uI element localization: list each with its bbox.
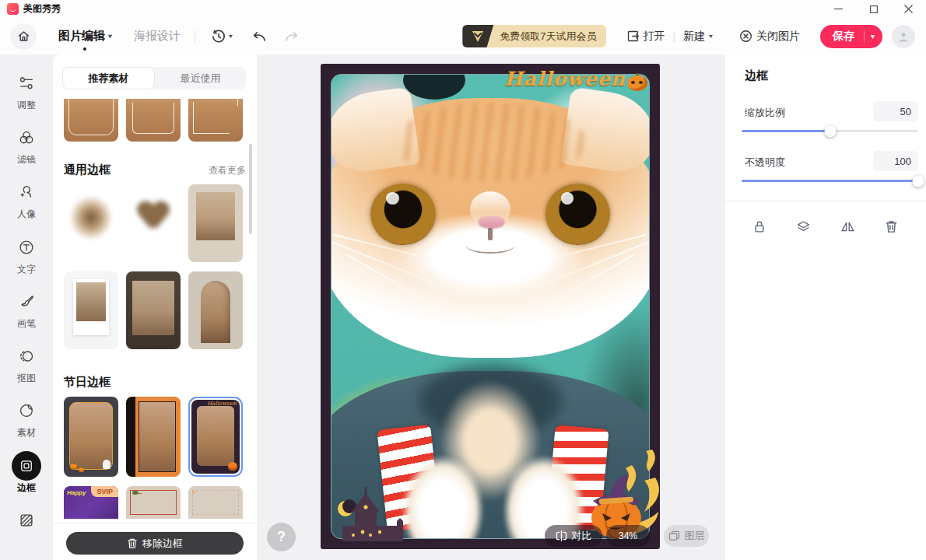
open-button[interactable]: 打开 xyxy=(626,30,665,44)
close-circle-icon xyxy=(739,30,752,43)
close-button[interactable] xyxy=(891,0,926,18)
save-button[interactable]: 保存 xyxy=(820,30,864,44)
svip-badge: SVIP xyxy=(91,486,118,497)
zoom-level-indicator[interactable]: 34% xyxy=(606,525,650,547)
portrait-icon xyxy=(18,184,35,201)
layers-button[interactable]: 图层 xyxy=(664,525,709,547)
rail-item-filter[interactable]: 滤镜 xyxy=(0,123,53,177)
home-button[interactable] xyxy=(10,23,37,50)
help-button[interactable]: ? xyxy=(267,523,296,551)
frame-thumbnail-pastel[interactable]: ✦ xyxy=(188,486,243,519)
brush-icon xyxy=(18,293,35,310)
lock-icon xyxy=(752,219,766,234)
filter-circles-icon xyxy=(18,129,35,146)
editor-canvas[interactable]: Halloween xyxy=(321,64,660,549)
menu-photo-edit[interactable]: 图片编辑 ▾ xyxy=(58,29,112,44)
halloween-frame-title: Halloween xyxy=(504,68,626,90)
main-toolbar: 图片编辑 ▾ 海报设计 ▾ 免费领取7天试用会员 xyxy=(0,18,926,54)
inspector-divider xyxy=(725,201,926,201)
text-icon xyxy=(18,239,35,256)
rail-item-mosaic[interactable] xyxy=(0,506,53,560)
mosaic-icon xyxy=(18,512,35,529)
frame-thumbnail-halloween-selected[interactable]: Halloween xyxy=(188,397,243,477)
cat-eye xyxy=(545,184,611,245)
frame-thumbnail-svip[interactable]: Happy SVIP xyxy=(64,486,118,519)
halloween-castle-decoration xyxy=(331,481,417,541)
layers-icon xyxy=(796,219,811,234)
redo-button[interactable] xyxy=(284,29,301,44)
frame-thumbnail[interactable] xyxy=(188,99,243,142)
holiday-frames-row2: Happy SVIP ✦ xyxy=(64,486,246,519)
holiday-frames-grid: Halloween xyxy=(64,397,246,477)
maximize-button[interactable] xyxy=(856,0,891,18)
lock-button[interactable] xyxy=(746,213,773,240)
frame-thumbnail-halloween-dark[interactable] xyxy=(64,397,118,477)
opacity-value-input[interactable]: 100 xyxy=(873,151,918,171)
frame-thumbnail[interactable] xyxy=(126,99,181,142)
flip-horizontal-icon xyxy=(840,219,855,233)
holly-icon xyxy=(132,491,139,495)
undo-button[interactable] xyxy=(250,29,267,44)
frame-thumbnail-arch[interactable] xyxy=(188,271,243,349)
title-bar: 美图秀秀 xyxy=(0,0,926,18)
app-name: 美图秀秀 xyxy=(23,2,61,16)
material-tabs: 推荐素材 最近使用 xyxy=(62,67,246,89)
separator: | xyxy=(673,30,675,42)
pumpkin-icon xyxy=(79,467,84,472)
window-controls xyxy=(821,0,926,18)
scale-value-input[interactable]: 50 xyxy=(873,101,918,121)
remove-border-button[interactable]: 移除边框 xyxy=(66,532,244,555)
user-avatar[interactable] xyxy=(892,25,915,48)
inspector-panel: 边框 缩放比例 50 不透明度 100 xyxy=(725,54,926,560)
cat-nose xyxy=(479,216,504,228)
menu-poster-design[interactable]: 海报设计 xyxy=(134,29,181,44)
rail-item-cutout[interactable]: 抠图 xyxy=(0,341,53,396)
section-holiday-header: 节日边框 xyxy=(64,375,246,390)
chevron-down-icon: ▾ xyxy=(709,33,713,40)
frame-thumbnail-halloween-orange[interactable] xyxy=(126,397,181,477)
rail-item-portrait[interactable]: 人像 xyxy=(0,177,53,232)
rail-item-text[interactable]: 文字 xyxy=(0,233,53,287)
minimize-button[interactable] xyxy=(821,0,856,18)
cat-eye xyxy=(370,184,436,245)
trial-membership-badge[interactable]: 免费领取7天试用会员 xyxy=(462,25,605,47)
history-icon xyxy=(211,29,226,44)
save-dropdown-button[interactable]: ▾ xyxy=(865,32,882,40)
tab-recommended[interactable]: 推荐素材 xyxy=(62,67,155,89)
opacity-slider[interactable] xyxy=(742,180,918,182)
frame-thumbnail-heart[interactable] xyxy=(126,184,181,262)
frame-thumbnail-polaroid[interactable] xyxy=(64,271,118,349)
layer-order-button[interactable] xyxy=(791,213,817,240)
slider-thumb[interactable] xyxy=(824,125,836,137)
frame-thumbnail-dark[interactable] xyxy=(126,271,181,349)
scale-slider[interactable] xyxy=(742,130,918,132)
chevron-down-icon: ▾ xyxy=(108,33,112,40)
save-split-button[interactable]: 保存 ▾ xyxy=(820,25,882,48)
delete-button[interactable] xyxy=(879,213,905,240)
frame-thumbnail-holly[interactable] xyxy=(126,486,181,519)
toolbar-separator xyxy=(195,30,195,44)
pumpkin-icon xyxy=(70,464,77,470)
slider-thumb[interactable] xyxy=(913,175,924,187)
compare-button[interactable]: 对比 xyxy=(545,525,602,547)
toolbar-right-group: 免费领取7天试用会员 打开 | 新建 ▾ 关闭图片 保存 ▾ xyxy=(462,18,926,54)
see-more-link[interactable]: 查看更多 xyxy=(209,164,246,177)
cat-head xyxy=(331,98,650,358)
close-image-button[interactable]: 关闭图片 xyxy=(739,30,800,44)
new-button[interactable]: 新建 ▾ xyxy=(683,30,713,44)
trash-icon xyxy=(885,219,898,233)
chevron-down-icon: ▾ xyxy=(229,33,233,40)
rail-item-adjust[interactable]: 调整 xyxy=(0,68,53,123)
frame-thumbnail-matte[interactable] xyxy=(188,184,243,262)
history-button[interactable]: ▾ xyxy=(211,29,233,44)
panel-scrollbar[interactable] xyxy=(249,144,252,234)
rail-item-brush[interactable]: 画笔 xyxy=(0,287,53,341)
frame-thumbnail[interactable] xyxy=(64,99,118,142)
rail-item-sticker[interactable]: 素材 xyxy=(0,396,53,450)
flip-horizontal-button[interactable] xyxy=(834,213,861,240)
materials-panel: 推荐素材 最近使用 通用边框 查看更多 节日边框 xyxy=(53,54,257,560)
tab-recent[interactable]: 最近使用 xyxy=(155,67,246,89)
rail-item-border[interactable]: 边框 xyxy=(0,451,53,506)
frame-thumbnail-oval[interactable] xyxy=(64,184,118,262)
section-title: 节日边框 xyxy=(64,375,110,390)
